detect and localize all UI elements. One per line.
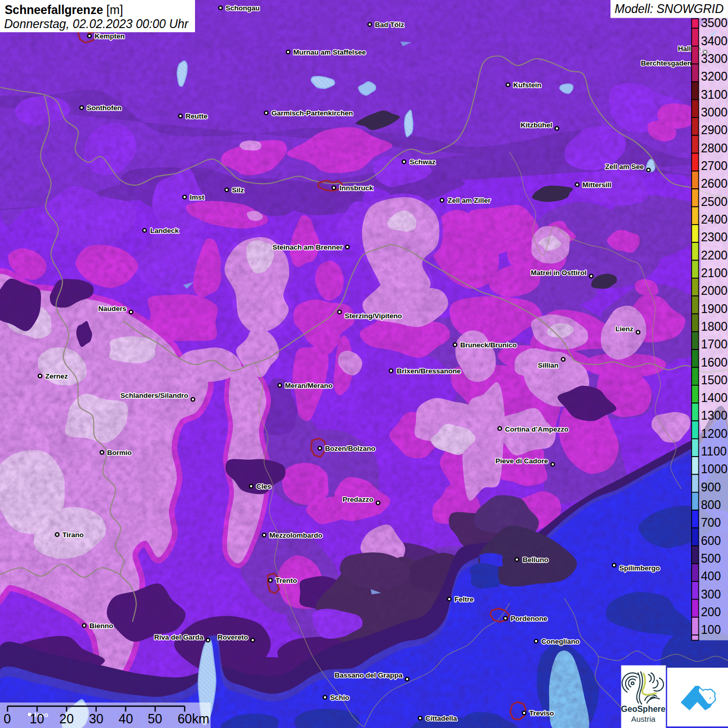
svg-text:Bormio: Bormio	[107, 449, 132, 457]
svg-text:Cles: Cles	[256, 483, 271, 490]
svg-text:3400: 3400	[701, 34, 727, 48]
svg-text:3300: 3300	[701, 52, 727, 66]
svg-text:Sillian: Sillian	[538, 361, 558, 369]
svg-text:3500: 3500	[701, 16, 727, 30]
svg-text:60km: 60km	[177, 711, 209, 726]
svg-text:Bad Tölz: Bad Tölz	[375, 21, 404, 29]
svg-text:Mezzolombardo: Mezzolombardo	[269, 531, 322, 539]
svg-text:10: 10	[30, 711, 44, 726]
svg-text:2600: 2600	[701, 177, 727, 190]
svg-text:Sonthofen: Sonthofen	[87, 104, 122, 112]
svg-text:Murnau am Staffelsee: Murnau am Staffelsee	[293, 48, 366, 56]
svg-text:Conegliano: Conegliano	[541, 638, 580, 645]
svg-text:300: 300	[701, 588, 721, 601]
svg-text:Bozen/Bolzano: Bozen/Bolzano	[325, 445, 375, 452]
svg-text:30: 30	[89, 711, 103, 726]
svg-text:Sterzing/Vipiteno: Sterzing/Vipiteno	[345, 312, 402, 320]
svg-text:Feltre: Feltre	[454, 595, 474, 603]
svg-text:2200: 2200	[701, 249, 727, 262]
svg-text:800: 800	[701, 498, 721, 512]
svg-text:1200: 1200	[701, 427, 727, 440]
svg-text:Rovereto: Rovereto	[217, 633, 248, 641]
svg-text:Belluno: Belluno	[523, 556, 549, 564]
svg-text:Treviso: Treviso	[529, 709, 554, 717]
svg-text:Schio: Schio	[330, 694, 349, 701]
svg-text:Tirano: Tirano	[62, 531, 84, 539]
svg-text:Bruneck/Brunico: Bruneck/Brunico	[460, 341, 517, 349]
svg-text:2500: 2500	[701, 195, 727, 209]
svg-text:Landeck: Landeck	[150, 227, 179, 235]
svg-text:1000: 1000	[701, 462, 727, 476]
svg-text:0: 0	[4, 711, 11, 726]
svg-text:Schwaz: Schwaz	[410, 158, 436, 166]
svg-text:200: 200	[701, 605, 721, 619]
svg-text:2800: 2800	[701, 141, 727, 155]
svg-text:Innsbruck: Innsbruck	[340, 184, 373, 192]
svg-text:Steinach am Brenner: Steinach am Brenner	[272, 243, 343, 251]
svg-text:2400: 2400	[701, 213, 727, 226]
svg-text:Zernez: Zernez	[45, 372, 68, 380]
svg-text:Trento: Trento	[276, 577, 297, 584]
svg-text:Austria: Austria	[631, 714, 656, 723]
svg-text:Bienno: Bienno	[89, 622, 113, 630]
svg-text:2700: 2700	[701, 159, 727, 173]
svg-text:Cittadella: Cittadella	[425, 714, 457, 722]
svg-text:Kitzbühel: Kitzbühel	[521, 121, 552, 129]
svg-text:100: 100	[701, 623, 721, 636]
svg-text:1100: 1100	[701, 445, 726, 458]
svg-text:1400: 1400	[701, 391, 727, 405]
svg-text:Donnerstag, 02.02.2023 00:00 U: Donnerstag, 02.02.2023 00:00 Uhr	[4, 17, 189, 31]
svg-text:Matrei in Osttirol: Matrei in Osttirol	[531, 269, 587, 277]
svg-text:GeoSphere: GeoSphere	[621, 705, 665, 713]
svg-text:3100: 3100	[701, 88, 727, 101]
svg-text:3000: 3000	[701, 106, 727, 119]
svg-text:Zell am See: Zell am See	[605, 163, 644, 171]
svg-text:Meran/Merano: Meran/Merano	[285, 382, 333, 389]
svg-text:Spilimbergo: Spilimbergo	[619, 564, 660, 572]
svg-text:2300: 2300	[701, 230, 727, 244]
svg-text:20: 20	[59, 711, 74, 726]
svg-text:Lienz: Lienz	[615, 325, 633, 333]
svg-text:Schongau: Schongau	[226, 4, 259, 12]
svg-text:Schneefallgrenze [m]: Schneefallgrenze [m]	[5, 3, 123, 17]
svg-text:Brixen/Bressanone: Brixen/Bressanone	[397, 367, 461, 375]
svg-text:1600: 1600	[701, 356, 727, 369]
svg-text:50: 50	[148, 711, 162, 726]
svg-text:2900: 2900	[701, 123, 727, 137]
svg-text:400: 400	[701, 569, 721, 583]
svg-text:1300: 1300	[701, 409, 727, 422]
svg-text:Nauders: Nauders	[98, 305, 126, 313]
svg-text:Predazzo: Predazzo	[343, 496, 373, 503]
svg-text:3200: 3200	[701, 70, 727, 83]
svg-text:Garmisch-Partenkirchen: Garmisch-Partenkirchen	[271, 109, 353, 117]
svg-text:1500: 1500	[701, 373, 727, 387]
svg-text:1800: 1800	[701, 320, 727, 333]
svg-text:40: 40	[119, 711, 133, 726]
svg-text:Imst: Imst	[190, 193, 204, 201]
svg-text:Bassano del Grappa: Bassano del Grappa	[334, 671, 402, 679]
svg-text:Modell: SNOWGRID: Modell: SNOWGRID	[615, 2, 724, 16]
svg-text:600: 600	[701, 534, 721, 548]
svg-text:Riva del Garda: Riva del Garda	[154, 633, 203, 641]
svg-text:Schlanders/Silandro: Schlanders/Silandro	[120, 392, 188, 399]
svg-text:Mittersill: Mittersill	[582, 181, 612, 189]
svg-text:Silz: Silz	[232, 186, 244, 194]
svg-text:Cortina d’Ampezzo: Cortina d’Ampezzo	[505, 425, 568, 433]
svg-text:1700: 1700	[701, 337, 727, 351]
svg-text:Pordenone: Pordenone	[511, 615, 548, 622]
svg-text:Berchtesgaden: Berchtesgaden	[641, 59, 692, 67]
svg-text:Kufstein: Kufstein	[513, 81, 541, 89]
svg-text:Kempten: Kempten	[95, 32, 125, 40]
svg-text:900: 900	[701, 480, 721, 494]
svg-text:700: 700	[701, 516, 721, 529]
svg-text:Reutte: Reutte	[186, 112, 207, 120]
svg-text:2100: 2100	[701, 266, 727, 280]
svg-text:500: 500	[701, 552, 721, 565]
svg-text:1900: 1900	[701, 302, 727, 316]
svg-text:2000: 2000	[701, 284, 727, 297]
svg-text:Pieve di Cadore: Pieve di Cadore	[496, 457, 549, 465]
svg-text:Zell am Ziller: Zell am Ziller	[448, 197, 491, 204]
